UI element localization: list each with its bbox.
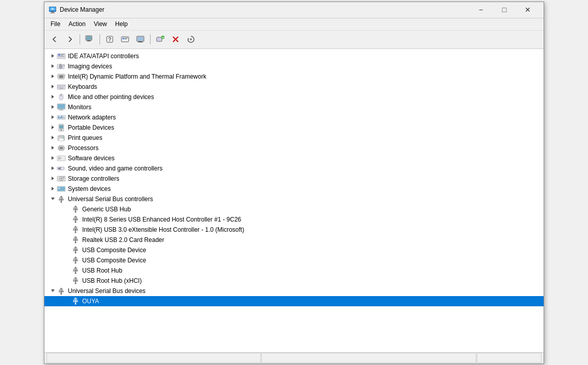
- tree-item-storage[interactable]: Storage controllers: [44, 174, 544, 184]
- close-button[interactable]: ✕: [516, 2, 540, 17]
- tree-item-monitors[interactable]: Monitors: [44, 102, 544, 112]
- svg-rect-126: [76, 209, 78, 210]
- system-icon: [57, 185, 66, 193]
- svg-rect-76: [64, 117, 65, 118]
- add-driver-button[interactable]: +: [153, 32, 167, 46]
- expand-btn-system[interactable]: [48, 185, 57, 193]
- menu-view[interactable]: View: [90, 19, 111, 29]
- svg-rect-60: [62, 87, 63, 88]
- tree-item-intel-platform[interactable]: Intel(R) Dynamic Platform and Thermal Fr…: [44, 71, 544, 82]
- svg-point-130: [74, 218, 75, 220]
- expand-btn-portable[interactable]: [48, 124, 57, 132]
- svg-marker-87: [52, 146, 54, 150]
- tree-item-usb-composite-2[interactable]: USB Composite Device: [44, 255, 544, 265]
- tree-item-processors[interactable]: Processors: [44, 143, 544, 153]
- tree-item-intel-usb3[interactable]: Intel(R) USB 3.0 eXtensible Host Control…: [44, 225, 544, 235]
- usb-device-icon: [71, 215, 80, 224]
- tree-item-network[interactable]: Network adapters: [44, 112, 544, 123]
- svg-rect-73: [60, 117, 61, 118]
- printer-icon: [57, 134, 66, 142]
- tree-item-usb-composite-1[interactable]: USB Composite Device: [44, 245, 544, 255]
- usb-device-icon: [71, 297, 80, 305]
- tree-item-portable[interactable]: Portable Devices: [44, 123, 544, 133]
- svg-rect-6: [86, 36, 91, 40]
- tree-item-ide-atapi[interactable]: IDE ATA/ATAPI controllers: [44, 51, 544, 61]
- tree-panel[interactable]: IDE ATA/ATAPI controllersImaging devices…: [44, 49, 544, 352]
- tree-item-print-queues[interactable]: Print queues: [44, 133, 544, 143]
- item-label-ouya: OUYA: [82, 298, 99, 305]
- restore-button[interactable]: □: [493, 2, 516, 17]
- menu-action[interactable]: Action: [64, 19, 89, 29]
- expand-btn-imaging[interactable]: [48, 62, 57, 70]
- svg-rect-59: [61, 87, 62, 88]
- status-bar: [44, 352, 544, 363]
- expand-btn-processors[interactable]: [48, 144, 57, 152]
- tree-item-keyboards[interactable]: Keyboards: [44, 82, 544, 92]
- update-button[interactable]: [184, 32, 198, 46]
- show-hidden-button[interactable]: [118, 32, 132, 46]
- svg-marker-35: [52, 64, 54, 68]
- tree-item-usb-root-hub-xhci[interactable]: USB Root Hub (xHCI): [44, 276, 544, 286]
- svg-rect-72: [58, 116, 59, 118]
- svg-point-38: [60, 66, 62, 67]
- expand-btn-intel-platform[interactable]: [48, 72, 57, 81]
- expand-btn-ide-atapi[interactable]: [48, 52, 57, 60]
- tree-item-generic-hub[interactable]: Generic USB Hub: [44, 204, 544, 214]
- menu-help[interactable]: Help: [111, 19, 132, 29]
- tree-item-sound[interactable]: Sound, video and game controllers: [44, 163, 544, 174]
- item-label-usb-composite-1: USB Composite Device: [82, 247, 146, 254]
- svg-point-135: [74, 229, 75, 230]
- tree-item-realtek[interactable]: Realtek USB 2.0 Card Reader: [44, 235, 544, 245]
- expand-btn-sound[interactable]: [48, 164, 57, 173]
- tree-item-usb-bus-devices[interactable]: Universal Serial Bus devices: [44, 286, 544, 296]
- svg-rect-53: [59, 85, 60, 86]
- tree-item-intel-8-series[interactable]: Intel(R) 8 Series USB Enhanced Host Cont…: [44, 214, 544, 225]
- expand-btn-usb-bus-devices[interactable]: [48, 287, 57, 295]
- usb-device-icon: [71, 236, 80, 244]
- svg-point-149: [75, 252, 77, 253]
- expand-btn-monitors[interactable]: [48, 103, 57, 111]
- expand-btn-usb-controllers[interactable]: [48, 195, 57, 203]
- help-button[interactable]: ?: [103, 32, 117, 46]
- delete-button[interactable]: [168, 32, 183, 46]
- tree-item-usb-controllers[interactable]: Universal Serial Bus controllers: [44, 194, 544, 204]
- expand-btn-software-dev[interactable]: [48, 154, 57, 162]
- window-icon: [48, 6, 57, 14]
- svg-rect-7: [88, 40, 90, 41]
- item-label-intel-usb3: Intel(R) USB 3.0 eXtensible Host Control…: [82, 226, 244, 233]
- tree-item-software-dev[interactable]: Software devices: [44, 153, 544, 163]
- item-label-generic-hub: Generic USB Hub: [82, 206, 131, 213]
- usb-icon: [57, 195, 66, 203]
- svg-marker-65: [52, 105, 54, 109]
- monitor-button[interactable]: [133, 32, 148, 46]
- menu-file[interactable]: File: [46, 19, 64, 29]
- usb-icon: [57, 287, 66, 295]
- svg-marker-41: [52, 75, 54, 78]
- tree-item-mice[interactable]: Mice and other pointing devices: [44, 92, 544, 102]
- tree-item-ouya[interactable]: OUYA: [44, 296, 544, 306]
- computer-button[interactable]: [83, 32, 97, 46]
- svg-rect-20: [157, 38, 161, 41]
- svg-point-124: [61, 201, 62, 203]
- expand-btn-print-queues[interactable]: [48, 134, 57, 142]
- menu-bar: File Action View Help: [44, 18, 544, 31]
- item-label-intel-platform: Intel(R) Dynamic Platform and Thermal Fr…: [68, 73, 206, 80]
- svg-point-140: [74, 239, 75, 240]
- svg-rect-34: [58, 56, 64, 57]
- tree-item-imaging[interactable]: Imaging devices: [44, 61, 544, 71]
- item-label-ide-atapi: IDE ATA/ATAPI controllers: [68, 53, 139, 60]
- forward-button[interactable]: [63, 32, 77, 46]
- back-button[interactable]: [47, 32, 62, 46]
- item-label-print-queues: Print queues: [68, 134, 102, 141]
- expand-btn-mice[interactable]: [48, 93, 57, 101]
- svg-rect-74: [61, 116, 62, 118]
- svg-rect-61: [59, 88, 63, 89]
- minimize-button[interactable]: −: [469, 2, 493, 17]
- expand-btn-network[interactable]: [48, 113, 57, 121]
- item-label-usb-controllers: Universal Serial Bus controllers: [68, 196, 153, 203]
- tree-item-usb-root-hub[interactable]: USB Root Hub: [44, 265, 544, 276]
- expand-btn-keyboards[interactable]: [48, 83, 57, 91]
- expand-btn-storage[interactable]: [48, 175, 57, 183]
- svg-rect-146: [76, 250, 78, 251]
- tree-item-system[interactable]: System devices: [44, 184, 544, 194]
